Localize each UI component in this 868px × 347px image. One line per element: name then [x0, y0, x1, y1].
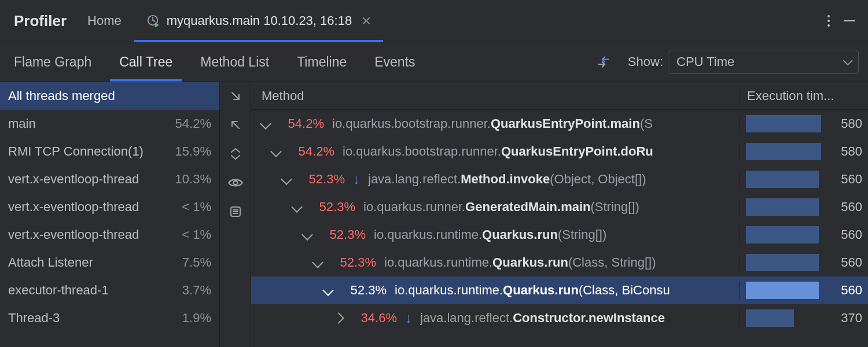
time-bar: [746, 282, 819, 299]
recursive-icon: ↓: [405, 310, 412, 326]
thread-percent: 10.3%: [175, 172, 211, 187]
close-icon[interactable]: [362, 17, 370, 25]
method-signature: io.quarkus.runner.GeneratedMain.main(Str…: [363, 200, 639, 215]
time-value: 560: [826, 227, 862, 242]
thread-row[interactable]: executor-thread-13.7%: [0, 276, 219, 304]
tab-home[interactable]: Home: [75, 0, 134, 42]
chevron-down-icon[interactable]: [312, 257, 323, 268]
thread-name: vert.x-eventloop-thread: [8, 172, 139, 187]
time-bar: [746, 254, 819, 271]
run-snapshot-icon: [147, 14, 160, 27]
col-header-execution-time[interactable]: Execution tim...: [740, 88, 868, 104]
eye-icon: [227, 175, 244, 191]
focus-method-button[interactable]: [592, 50, 615, 73]
method-signature: io.quarkus.bootstrap.runner.QuarkusEntry…: [343, 144, 653, 159]
method-cell: 54.2%io.quarkus.bootstrap.runner.Quarkus…: [251, 116, 740, 131]
more-button[interactable]: [818, 10, 839, 31]
method-cell: 54.2%io.quarkus.bootstrap.runner.Quarkus…: [251, 144, 740, 159]
subtab-flame-graph[interactable]: Flame Graph: [0, 42, 105, 82]
tree-row[interactable]: 52.3%io.quarkus.runtime.Quarkus.run(Stri…: [251, 221, 868, 249]
time-cell: 560: [740, 254, 868, 271]
thread-list: All threads mergedmain54.2%RMI TCP Conne…: [0, 82, 220, 347]
chevron-down-icon[interactable]: [322, 285, 334, 296]
subtab-call-tree[interactable]: Call Tree: [105, 42, 186, 82]
thread-name: main: [8, 116, 36, 131]
tree-row[interactable]: 34.6%↓java.lang.reflect.Constructor.newI…: [251, 304, 868, 332]
chevron-down-icon[interactable]: [260, 118, 271, 130]
time-value: 370: [801, 311, 862, 326]
svg-point-1: [233, 181, 237, 185]
show-select[interactable]: CPU Time: [668, 50, 859, 74]
tree-body: 54.2%io.quarkus.bootstrap.runner.Quarkus…: [251, 110, 868, 347]
collapse-button[interactable]: [224, 142, 247, 165]
more-icon: [827, 15, 830, 27]
time-cell: 560: [740, 171, 868, 188]
chevron-right-icon[interactable]: [333, 312, 344, 324]
time-cell: 580: [740, 143, 868, 160]
thread-percent: 1.9%: [182, 311, 211, 326]
chevron-down-icon[interactable]: [281, 174, 292, 185]
chevron-down-icon[interactable]: [270, 146, 282, 157]
thread-row[interactable]: RMI TCP Connection(1)15.9%: [0, 138, 219, 165]
tree-header: Method Execution tim...: [251, 82, 868, 110]
preview-button[interactable]: [224, 171, 247, 194]
thread-row[interactable]: main54.2%: [0, 110, 219, 138]
method-signature: java.lang.reflect.Constructor.newInstanc…: [420, 311, 665, 326]
arrow-down-right-icon: [229, 89, 242, 103]
time-bar: [746, 171, 819, 188]
chevron-down-icon[interactable]: [291, 201, 303, 213]
chevron-down-icon[interactable]: [301, 229, 313, 241]
thread-name: Attach Listener: [8, 255, 93, 270]
subtab-method-list[interactable]: Method List: [186, 42, 283, 82]
subtab-events[interactable]: Events: [361, 42, 429, 82]
thread-row[interactable]: Thread-31.9%: [0, 304, 219, 332]
method-cell: 52.3%io.quarkus.runtime.Quarkus.run(Stri…: [251, 227, 740, 242]
method-signature: io.quarkus.runtime.Quarkus.run(String[]): [374, 227, 606, 242]
titlebar: Profiler Home myquarkus.main 10.10.23, 1…: [0, 0, 868, 42]
tree-row[interactable]: 52.3%io.quarkus.runtime.Quarkus.run(Clas…: [251, 276, 868, 304]
time-cell: 560: [740, 198, 868, 216]
tab-snapshot[interactable]: myquarkus.main 10.10.23, 16:18: [134, 0, 383, 42]
thread-percent: 7.5%: [182, 255, 211, 270]
panel-title: Profiler: [6, 12, 75, 30]
thread-row[interactable]: Attach Listener7.5%: [0, 249, 219, 276]
time-cell: 580: [740, 115, 868, 132]
tree-gutter: [220, 82, 251, 347]
tree-row[interactable]: 54.2%io.quarkus.bootstrap.runner.Quarkus…: [251, 138, 868, 165]
row-percent: 54.2%: [278, 116, 324, 131]
thread-percent: 3.7%: [182, 283, 211, 298]
method-signature: io.quarkus.runtime.Quarkus.run(Class, Bi…: [395, 283, 670, 298]
thread-row[interactable]: vert.x-eventloop-thread< 1%: [0, 193, 219, 221]
time-value: 560: [826, 200, 862, 215]
time-bar: [746, 143, 821, 160]
list-icon: [229, 205, 242, 219]
time-cell: 370: [740, 309, 868, 327]
tree-row[interactable]: 52.3%↓java.lang.reflect.Method.invoke(Ob…: [251, 165, 868, 193]
time-bar: [746, 309, 794, 327]
tree-row[interactable]: 52.3%io.quarkus.runner.GeneratedMain.mai…: [251, 193, 868, 221]
expand-up-button[interactable]: [224, 113, 247, 136]
method-cell: 52.3%io.quarkus.runtime.Quarkus.run(Clas…: [251, 255, 740, 270]
tab-label: Home: [87, 13, 122, 28]
arrow-up-left-icon: [229, 118, 242, 132]
thread-name: Thread-3: [8, 311, 60, 326]
swap-icon: [596, 54, 611, 69]
thread-name: vert.x-eventloop-thread: [8, 200, 139, 215]
minimize-button[interactable]: [839, 10, 860, 31]
list-button[interactable]: [224, 200, 247, 223]
time-bar: [746, 226, 819, 243]
thread-row[interactable]: All threads merged: [0, 82, 219, 110]
thread-row[interactable]: vert.x-eventloop-thread10.3%: [0, 165, 219, 193]
thread-percent: 15.9%: [175, 144, 211, 159]
show-label: Show:: [628, 54, 663, 69]
method-signature: java.lang.reflect.Method.invoke(Object, …: [368, 172, 646, 187]
expand-down-button[interactable]: [224, 84, 247, 108]
time-value: 580: [828, 144, 862, 159]
time-value: 580: [828, 116, 862, 131]
subtab-timeline[interactable]: Timeline: [283, 42, 361, 82]
recursive-icon: ↓: [353, 171, 360, 187]
tree-row[interactable]: 54.2%io.quarkus.bootstrap.runner.Quarkus…: [251, 110, 868, 138]
col-header-method[interactable]: Method: [251, 88, 740, 104]
tree-row[interactable]: 52.3%io.quarkus.runtime.Quarkus.run(Clas…: [251, 249, 868, 276]
thread-row[interactable]: vert.x-eventloop-thread< 1%: [0, 221, 219, 249]
